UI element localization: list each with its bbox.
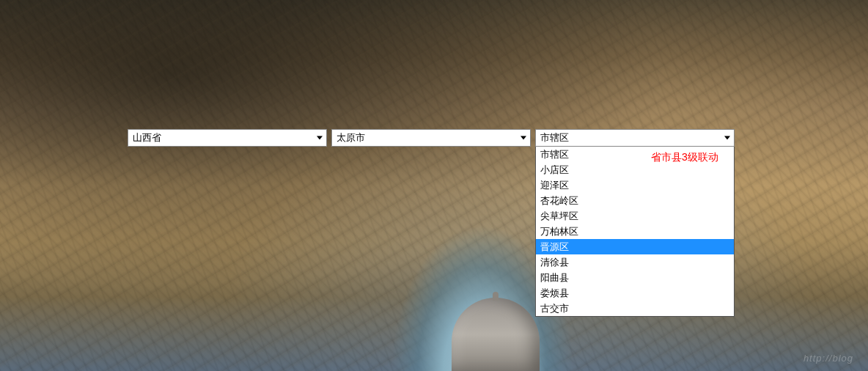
province-select-wrapper: 山西省 (128, 129, 327, 147)
city-select[interactable]: 太原市 (331, 129, 531, 147)
cascading-selects-container: 山西省 太原市 市辖区 市辖区小店区迎泽区杏花岭区尖草坪区万柏林区晋源区清徐县阳… (128, 129, 735, 147)
district-option[interactable]: 小店区 (536, 162, 734, 177)
district-option[interactable]: 杏花岭区 (536, 193, 734, 208)
district-select-wrapper: 市辖区 市辖区小店区迎泽区杏花岭区尖草坪区万柏林区晋源区清徐县阳曲县娄烦县古交市 (535, 129, 735, 147)
chevron-down-icon (521, 136, 526, 140)
province-selected-value: 山西省 (133, 131, 161, 144)
province-select[interactable]: 山西省 (128, 129, 327, 147)
district-option[interactable]: 阳曲县 (536, 270, 734, 285)
district-option[interactable]: 尖草坪区 (536, 208, 734, 224)
city-selected-value: 太原市 (336, 131, 365, 144)
chevron-down-icon (317, 136, 323, 140)
chevron-down-icon (724, 136, 730, 140)
district-option[interactable]: 清徐县 (536, 254, 734, 270)
watermark-text: http://blog (803, 353, 853, 364)
district-selected-value: 市辖区 (540, 131, 569, 144)
district-option[interactable]: 娄烦县 (536, 285, 734, 301)
district-option[interactable]: 万柏林区 (536, 224, 734, 239)
district-option[interactable]: 迎泽区 (536, 177, 734, 193)
district-select[interactable]: 市辖区 (535, 129, 735, 147)
district-dropdown-list: 市辖区小店区迎泽区杏花岭区尖草坪区万柏林区晋源区清徐县阳曲县娄烦县古交市 (535, 147, 735, 317)
city-select-wrapper: 太原市 (331, 129, 531, 147)
annotation-label: 省市县3级联动 (651, 151, 718, 164)
district-option[interactable]: 晋源区 (536, 239, 734, 254)
district-option[interactable]: 古交市 (536, 301, 734, 316)
